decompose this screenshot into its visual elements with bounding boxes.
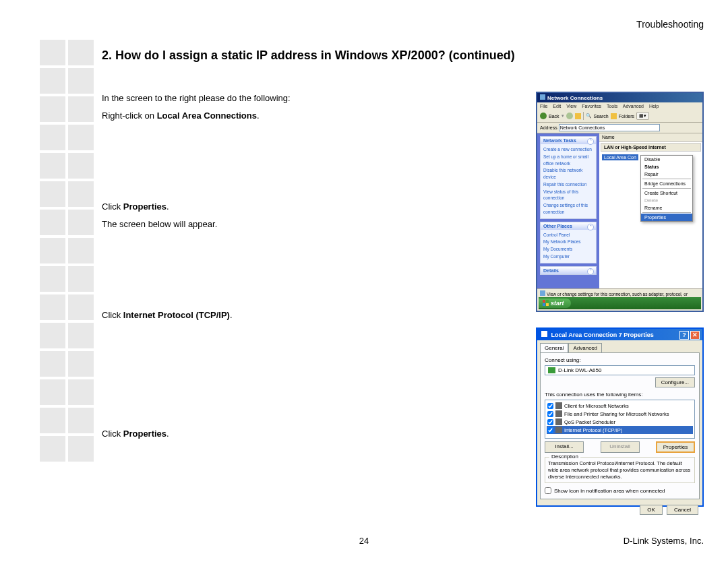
checkbox[interactable] [547, 419, 553, 425]
page-title: 2. How do I assign a static IP address i… [102, 49, 515, 63]
ctx-status[interactable]: Status [641, 163, 692, 170]
task-item[interactable]: View status of this connection [543, 189, 593, 202]
task-item[interactable]: Set up a home or small office network [543, 154, 593, 167]
window-title: Network Connections [537, 93, 702, 102]
ok-button[interactable]: OK [640, 505, 663, 515]
chevron-icon[interactable]: ˅ [587, 268, 594, 275]
menu-file[interactable]: File [540, 104, 547, 108]
show-icon-checkbox[interactable] [545, 487, 551, 494]
show-icon-option[interactable]: Show icon in notification area when conn… [545, 487, 695, 494]
component-icon [555, 410, 562, 417]
list-item-selected[interactable]: Internet Protocol (TCP/IP) [547, 426, 693, 434]
address-input[interactable] [559, 124, 660, 131]
dialog-title: Local Area Connection 7 Properties ? ✕ [537, 329, 702, 340]
back-button[interactable]: Back [549, 114, 559, 119]
windows-flag-icon [543, 300, 549, 307]
details-panel: Details˅ [540, 266, 597, 275]
properties-button[interactable]: Properties [656, 441, 695, 453]
other-places-header[interactable]: Other Places˄ [541, 222, 596, 230]
search-button[interactable]: Search [594, 114, 609, 119]
network-tasks-header[interactable]: Network Tasks˄ [541, 137, 596, 144]
checkbox[interactable] [547, 411, 553, 417]
dialog-footer: OK Cancel [537, 502, 702, 518]
folders-icon[interactable] [611, 113, 617, 119]
address-bar: Address [537, 123, 702, 133]
checkbox[interactable] [547, 403, 553, 409]
start-button[interactable]: start [539, 299, 571, 309]
uninstall-button: Uninstall [601, 441, 640, 453]
chevron-icon[interactable]: ˄ [587, 224, 594, 230]
component-icon [555, 427, 562, 433]
menu-advanced[interactable]: Advanced [623, 104, 644, 108]
tab-strip: General Advanced [537, 340, 702, 352]
address-label: Address [540, 125, 557, 130]
ctx-bridge[interactable]: Bridge Connections [641, 180, 692, 187]
ctx-properties[interactable]: Properties [641, 214, 692, 221]
checkbox[interactable] [547, 427, 553, 433]
menu-view[interactable]: View [566, 104, 576, 108]
svg-rect-0 [543, 300, 545, 303]
svg-rect-1 [546, 300, 549, 303]
place-item[interactable]: Control Panel [543, 232, 593, 239]
intro-text: In the screen to the right please do the… [102, 92, 466, 105]
ctx-rename[interactable]: Rename [641, 204, 692, 212]
description-text: Transmission Control Protocol/Internet P… [548, 460, 692, 480]
task-item[interactable]: Disable this network device [543, 167, 593, 181]
folders-button[interactable]: Folders [619, 114, 634, 119]
description-title: Description [549, 454, 580, 460]
svg-rect-2 [543, 303, 545, 306]
list-item[interactable]: File and Printer Sharing for Microsoft N… [547, 410, 693, 418]
task-pane: Network Tasks˄ Create a new connection S… [537, 133, 599, 288]
search-icon[interactable]: 🔍 [586, 113, 592, 119]
components-list[interactable]: Client for Microsoft Networks File and P… [545, 400, 695, 439]
description-group: Description Transmission Control Protoco… [545, 457, 695, 483]
svg-rect-3 [546, 303, 549, 306]
details-header[interactable]: Details˅ [541, 267, 596, 274]
list-item[interactable]: QoS Packet Scheduler [547, 418, 693, 426]
step-3: Click Internet Protocol (TCP/IP). [102, 309, 466, 322]
close-button[interactable]: ✕ [690, 331, 700, 340]
tab-general[interactable]: General [540, 343, 568, 352]
general-pane: Connect using: D-Link DWL-A650 Configure… [540, 352, 700, 499]
place-item[interactable]: My Network Places [543, 239, 593, 245]
column-header-name[interactable]: Name [599, 133, 702, 142]
menu-edit[interactable]: Edit [553, 104, 561, 108]
configure-button[interactable]: Configure... [655, 377, 695, 387]
instructions-body: In the screen to the right please do the… [102, 92, 466, 444]
decorative-squares [40, 40, 96, 464]
section-header: Troubleshooting [636, 19, 704, 30]
help-button[interactable]: ? [679, 331, 689, 340]
up-icon[interactable] [575, 113, 581, 119]
list-item[interactable]: Client for Microsoft Networks [547, 402, 693, 410]
cancel-button[interactable]: Cancel [667, 505, 698, 515]
ctx-delete[interactable]: Delete [641, 197, 692, 204]
step-2-note: The screen below will appear. [102, 218, 466, 231]
title-icon [541, 331, 547, 337]
connect-using-label: Connect using: [545, 357, 695, 363]
install-button[interactable]: Install... [545, 441, 584, 453]
ctx-disable[interactable]: Disable [641, 156, 692, 163]
task-item[interactable]: Repair this connection [543, 181, 593, 188]
task-item[interactable]: Change settings of this connection [543, 202, 593, 216]
network-tasks-panel: Network Tasks˄ Create a new connection S… [540, 136, 597, 219]
menu-bar[interactable]: File Edit View Favorites Tools Advanced … [537, 102, 702, 110]
component-icon [555, 418, 562, 425]
component-icon [555, 402, 562, 409]
place-item[interactable]: My Documents [543, 246, 593, 253]
place-item[interactable]: My Computer [543, 253, 593, 260]
context-menu: Disable Status Repair Bridge Connections… [640, 155, 693, 222]
screenshot-network-connections: Network Connections File Edit View Favor… [536, 92, 704, 312]
tab-advanced[interactable]: Advanced [568, 343, 602, 352]
chevron-icon[interactable]: ˄ [587, 138, 594, 145]
other-places-panel: Other Places˄ Control Panel My Network P… [540, 222, 597, 263]
menu-tools[interactable]: Tools [607, 104, 617, 108]
task-item[interactable]: Create a new connection [543, 146, 593, 153]
company-footer: D-Link Systems, Inc. [624, 536, 704, 546]
menu-favorites[interactable]: Favorites [582, 104, 601, 108]
ctx-repair[interactable]: Repair [641, 170, 692, 178]
ctx-shortcut[interactable]: Create Shortcut [641, 189, 692, 197]
back-icon[interactable] [540, 113, 547, 119]
menu-help[interactable]: Help [649, 104, 659, 108]
views-button[interactable]: ▦▾ [636, 112, 649, 120]
toolbar: Back ▾ 🔍 Search Folders ▦▾ [537, 110, 702, 123]
